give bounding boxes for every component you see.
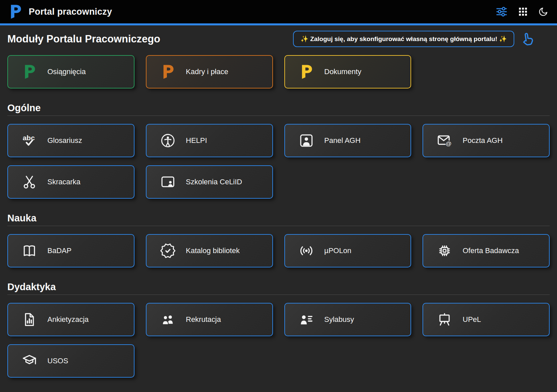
card-label: Skracarka xyxy=(47,178,80,186)
svg-text:@: @ xyxy=(446,140,452,147)
badge-check-icon xyxy=(160,243,176,259)
sparkle-icon: ✨ xyxy=(499,35,507,42)
mail-at-icon: @ xyxy=(437,133,453,149)
broadcast-icon xyxy=(298,243,314,259)
card-label: Szkolenia CeLiID xyxy=(186,178,242,186)
card-label: Katalog bibliotek xyxy=(186,246,240,255)
portal-logo-icon xyxy=(298,64,314,80)
account-box-icon xyxy=(298,133,314,149)
card-usos[interactable]: USOS xyxy=(7,344,134,378)
app-header: Portal pracowniczy xyxy=(0,0,557,25)
hand-pointer-icon xyxy=(519,30,536,48)
sparkle-icon: ✨ xyxy=(300,35,308,42)
app-title: Portal pracowniczy xyxy=(29,7,112,17)
section-divider xyxy=(7,116,550,116)
page-title: Moduły Portalu Pracowniczego xyxy=(7,33,160,45)
card-oferta-badawcza[interactable]: Oferta Badawcza xyxy=(423,234,550,267)
card-rekrutacja[interactable]: Rekrutacja xyxy=(146,303,273,336)
card-label: Dokumenty xyxy=(324,67,361,76)
section-title: Ogólne xyxy=(7,103,550,114)
accessibility-icon xyxy=(160,133,176,149)
section-title: Nauka xyxy=(7,213,550,224)
portal-logo-icon[interactable] xyxy=(9,4,22,19)
card-label: Poczta AGH xyxy=(463,136,503,145)
card-helpi[interactable]: HELPI xyxy=(146,124,273,157)
person-list-icon xyxy=(298,312,314,328)
card-label: BaDAP xyxy=(47,246,71,255)
spellcheck-icon: abc xyxy=(21,133,37,149)
card-label: Panel AGH xyxy=(324,136,361,145)
apps-grid-icon[interactable] xyxy=(518,6,528,17)
people-icon xyxy=(160,312,176,328)
card-osiagniecia[interactable]: Osiągnięcia xyxy=(7,55,134,88)
section-divider xyxy=(7,295,550,295)
portal-logo-icon xyxy=(21,64,37,80)
portal-logo-icon xyxy=(160,64,176,80)
chip-icon xyxy=(437,243,453,259)
card-label: HELPI xyxy=(186,136,207,145)
section-grid: abc Glosariusz HELPI xyxy=(7,124,550,199)
card-upel[interactable]: UPeL xyxy=(423,303,550,336)
section-ogolne: Ogólne abc Glosariusz xyxy=(7,103,550,199)
card-panel-agh[interactable]: Panel AGH xyxy=(284,124,411,157)
graduation-cap-icon xyxy=(21,353,37,369)
card-badap[interactable]: BaDAP xyxy=(7,234,134,267)
card-label: Kadry i płace xyxy=(186,67,228,76)
scissors-icon xyxy=(21,174,37,190)
card-label: Glosariusz xyxy=(47,136,82,145)
easel-icon xyxy=(437,312,453,328)
card-upolon[interactable]: µPOLon xyxy=(284,234,411,267)
card-ankietyzacja[interactable]: Ankietyzacja xyxy=(7,303,134,336)
card-label: µPOLon xyxy=(324,246,351,255)
modules-grid: Osiągnięcia Kadry i płace Dokumenty xyxy=(7,55,550,88)
card-sylabusy[interactable]: Sylabusy xyxy=(284,303,411,336)
card-label: Osiągnięcia xyxy=(47,67,86,76)
card-label: Rekrutacja xyxy=(186,315,221,324)
card-glosariusz[interactable]: abc Glosariusz xyxy=(7,124,134,157)
card-szkolenia-celiid[interactable]: Szkolenia CeLiID xyxy=(146,165,273,199)
card-katalog-bibliotek[interactable]: Katalog bibliotek xyxy=(146,234,273,267)
card-dokumenty[interactable]: Dokumenty xyxy=(284,55,411,88)
card-label: UPeL xyxy=(463,315,481,324)
login-banner[interactable]: ✨ Zaloguj się, aby skonfigurować własną … xyxy=(293,31,514,47)
main-content: Moduły Portalu Pracowniczego ✨ Zaloguj s… xyxy=(0,31,557,378)
moon-icon[interactable] xyxy=(538,7,548,17)
training-screen-icon xyxy=(160,174,176,190)
card-label: Ankietyzacja xyxy=(47,315,89,324)
section-nauka: Nauka BaDAP Katalog xyxy=(7,213,550,267)
section-dydaktyka: Dydaktyka Ankietyzacja xyxy=(7,281,550,378)
card-label: Sylabusy xyxy=(324,315,354,324)
svg-text:abc: abc xyxy=(23,134,35,142)
section-divider xyxy=(7,226,550,226)
sliders-icon[interactable] xyxy=(496,6,508,18)
survey-file-icon xyxy=(21,312,37,328)
card-label: USOS xyxy=(47,357,68,365)
login-banner-text: Zaloguj się, aby skonfigurować własną st… xyxy=(310,35,497,42)
open-book-icon xyxy=(21,243,37,259)
section-title: Dydaktyka xyxy=(7,281,550,292)
card-label: Oferta Badawcza xyxy=(463,246,519,255)
card-poczta-agh[interactable]: @ Poczta AGH xyxy=(423,124,550,157)
card-skracarka[interactable]: Skracarka xyxy=(7,165,134,199)
section-grid: BaDAP Katalog bibliotek xyxy=(7,234,550,267)
section-grid: Ankietyzacja Rekrutacja xyxy=(7,303,550,378)
card-kadry-i-place[interactable]: Kadry i płace xyxy=(146,55,273,88)
